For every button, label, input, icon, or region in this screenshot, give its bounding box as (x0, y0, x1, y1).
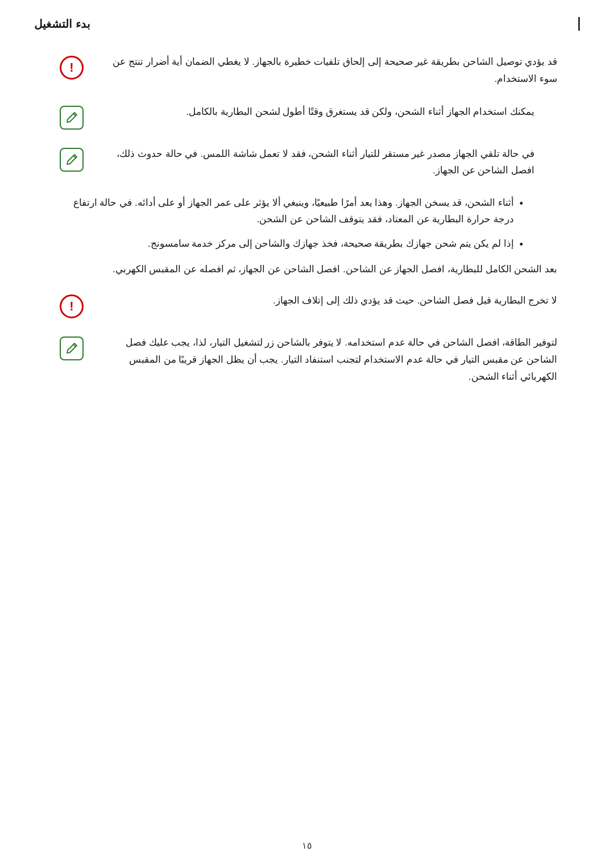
warning-icon-1: ! (60, 56, 84, 80)
header-bar: بدء التشغيل (34, 17, 580, 31)
page-title: بدء التشغيل (34, 17, 90, 31)
content-area: قد يؤدي توصيل الشاحن بطريقة غير صحيحة إل… (34, 53, 580, 385)
sub-bullet-1: • أثناء الشحن، قد يسخن الجهاز. وهذا يعد … (57, 195, 523, 228)
note-icon-1 (60, 106, 84, 130)
bullet-dot-1: • (520, 195, 523, 213)
note-icon-container-1 (57, 103, 86, 130)
note-icon-container-2 (57, 146, 86, 172)
note-block-1: يمكنك استخدام الجهاز أثناء الشحن، ولكن ق… (57, 103, 534, 130)
bullet-dot-2: • (520, 236, 523, 254)
note-text-final: لتوفير الطاقة، افصل الشاحن في حالة عدم ا… (98, 334, 557, 385)
warning-block-1: قد يؤدي توصيل الشاحن بطريقة غير صحيحة إل… (57, 53, 557, 88)
note-icon-container-final (57, 334, 86, 360)
warning-icon-container-1: ! (57, 53, 86, 80)
sub-bullet-2: • إذا لم يكن يتم شحن جهازك بطريقة صحيحة،… (57, 236, 523, 254)
page-number: ١٥ (302, 840, 312, 851)
warning-text-1: قد يؤدي توصيل الشاحن بطريقة غير صحيحة إل… (98, 53, 557, 88)
note-text-1: يمكنك استخدام الجهاز أثناء الشحن، ولكن ق… (98, 103, 534, 121)
full-paragraph: بعد الشحن الكامل للبطارية، افصل الجهاز ع… (57, 261, 557, 278)
note-icon-2 (60, 148, 84, 172)
note-block-final: لتوفير الطاقة، افصل الشاحن في حالة عدم ا… (57, 334, 557, 385)
warning-block-2: لا تخرج البطارية قبل فصل الشاحن. حيث قد … (57, 292, 557, 318)
warning-text-2: لا تخرج البطارية قبل فصل الشاحن. حيث قد … (98, 292, 557, 309)
note-block-2: في حالة تلقي الجهاز مصدر غير مستقر للتيا… (57, 146, 534, 180)
warning-icon-2: ! (60, 294, 84, 318)
page-container: بدء التشغيل قد يؤدي توصيل الشاحن بطريقة … (0, 0, 614, 868)
warning-icon-container-2: ! (57, 292, 86, 318)
note-icon-final (60, 337, 84, 360)
note-text-2: في حالة تلقي الجهاز مصدر غير مستقر للتيا… (98, 146, 534, 180)
